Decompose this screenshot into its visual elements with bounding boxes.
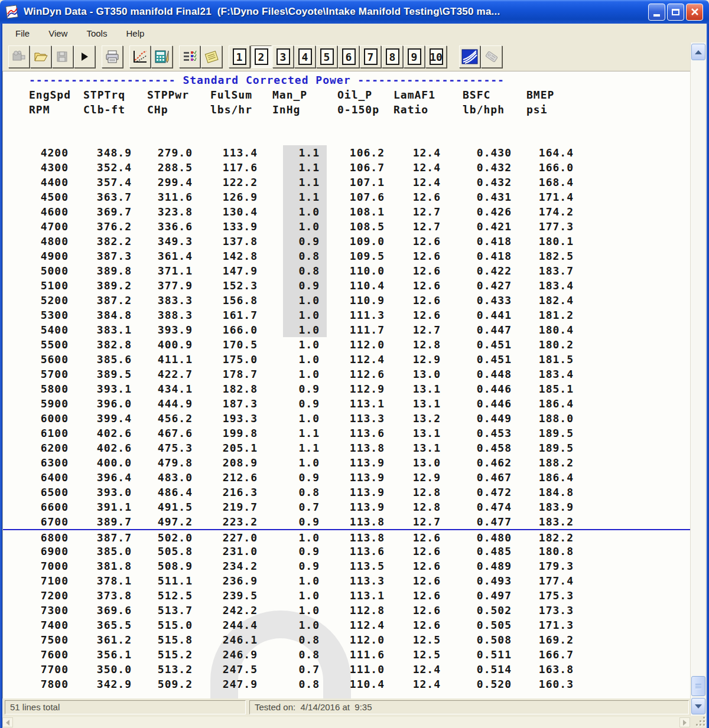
table-row-6700[interactable]: 6700389.7497.2223.20.9113.812.70.477183.… (3, 514, 690, 529)
table-row-6600[interactable]: 6600391.1491.5219.70.7113.912.80.474183.… (3, 500, 690, 514)
minimize-button[interactable] (648, 4, 665, 21)
edit-data-button[interactable] (151, 45, 173, 68)
table-row-5900[interactable]: 5900396.0444.9187.30.9113.113.10.446186.… (3, 396, 690, 411)
new-test-button[interactable] (8, 45, 30, 68)
table-row-4300[interactable]: 4300352.4288.5117.61.1106.712.40.432166.… (3, 160, 690, 175)
table-row-7800[interactable]: 7800342.9509.2247.90.8110.412.40.520160.… (3, 677, 690, 691)
page-button-7[interactable]: 7 (360, 45, 381, 68)
cell-EngSpd: 5200 (3, 293, 69, 308)
page-button-1[interactable]: 1 (229, 45, 250, 68)
table-row-4600[interactable]: 4600369.7323.8130.41.0108.112.70.426174.… (3, 204, 690, 219)
page-number-label: 10 (430, 48, 443, 65)
menu-help[interactable]: Help (119, 26, 151, 41)
maximize-button[interactable] (667, 4, 684, 21)
scroll-right-button[interactable] (679, 717, 690, 727)
cell-Oil_P: 113.9 (320, 500, 385, 514)
table-row-6800[interactable]: 6800387.7502.0227.01.0113.812.60.480182.… (3, 529, 690, 544)
table-row-4200[interactable]: 4200348.9279.0113.41.1106.212.40.430164.… (3, 145, 690, 160)
page-button-8[interactable]: 8 (382, 45, 403, 68)
notes-button[interactable] (201, 45, 222, 68)
save-button[interactable] (52, 45, 73, 68)
page-button-3[interactable]: 3 (272, 45, 294, 68)
page-button-2[interactable]: 2 (251, 45, 272, 68)
table-row-6200[interactable]: 6200402.6475.3205.11.1113.813.10.458189.… (3, 440, 690, 455)
menu-view[interactable]: View (41, 26, 74, 41)
table-row-5600[interactable]: 5600385.6411.1175.01.0112.412.90.451181.… (3, 352, 690, 367)
scroll-up-button[interactable] (691, 44, 705, 60)
column-unit-FulSum: lbs/hr (193, 102, 258, 117)
test-list-button[interactable] (179, 45, 200, 68)
table-row-4400[interactable]: 4400357.4299.4122.21.1107.112.40.432168.… (3, 175, 690, 190)
table-row-5200[interactable]: 5200387.2383.3156.81.0110.912.60.433182.… (3, 293, 690, 308)
test-list-icon (183, 50, 197, 63)
table-row-5300[interactable]: 5300384.8388.3161.71.0111.312.60.441181.… (3, 308, 690, 322)
table-row-5800[interactable]: 5800393.1434.1182.80.9112.913.10.446185.… (3, 381, 690, 396)
cell-EngSpd: 6400 (3, 470, 69, 485)
cell-EngSpd: 6300 (3, 455, 69, 470)
table-row-7700[interactable]: 7700350.0513.2247.50.7111.012.40.514163.… (3, 662, 690, 677)
table-row-5400[interactable]: 5400383.1393.9166.01.0111.712.70.447180.… (3, 322, 690, 337)
cell-BSFC: 0.447 (441, 322, 512, 337)
cell-BMEP: 180.4 (512, 322, 574, 337)
cell-STPPwr: 475.3 (132, 440, 193, 455)
graph-button[interactable] (129, 45, 151, 68)
table-row-7300[interactable]: 7300369.6513.7242.21.0112.812.60.502173.… (3, 603, 690, 618)
column-unit-BSFC: lb/hph (441, 102, 512, 117)
close-button[interactable] (686, 4, 703, 21)
table-row-7400[interactable]: 7400365.5515.0244.41.0112.412.60.505171.… (3, 618, 690, 632)
scroll-left-button[interactable] (2, 717, 13, 727)
table-row-5100[interactable]: 5100389.2377.9152.30.9110.412.60.427183.… (3, 278, 690, 293)
horizontal-scrollbar[interactable] (2, 717, 690, 728)
table-row-4900[interactable]: 4900387.3361.4142.80.8109.512.60.418182.… (3, 249, 690, 263)
page-button-6[interactable]: 6 (338, 45, 359, 68)
run-button[interactable] (74, 45, 95, 68)
table-row-4800[interactable]: 4800382.2349.3137.80.9109.012.60.418180.… (3, 234, 690, 249)
cell-Oil_P: 112.0 (320, 337, 385, 352)
open-button[interactable] (30, 45, 51, 68)
table-row-5000[interactable]: 5000389.8371.1147.90.8110.012.60.422183.… (3, 263, 690, 278)
table-row-6500[interactable]: 6500393.0486.4216.30.8113.912.80.472184.… (3, 485, 690, 500)
table-row-7000[interactable]: 7000381.8508.9234.20.9113.512.60.489179.… (3, 559, 690, 573)
vertical-scroll-thumb[interactable] (691, 676, 705, 696)
page-button-5[interactable]: 5 (316, 45, 337, 68)
toolbar: 12345678910 (2, 43, 707, 71)
cell-EngSpd: 7300 (3, 603, 69, 618)
cell-BMEP: 174.2 (512, 204, 574, 219)
column-header-EngSpd: EngSpd (3, 87, 69, 102)
cell-STPPwr: 513.2 (132, 662, 193, 677)
table-row-5700[interactable]: 5700389.5422.7178.71.0112.613.00.448183.… (3, 367, 690, 381)
title-bar[interactable]: WinDyn Data - GT350 manifold Final21 (F:… (0, 0, 709, 24)
cell-Oil_P: 113.6 (320, 544, 385, 559)
vertical-scrollbar[interactable] (690, 43, 705, 716)
menu-tools[interactable]: Tools (79, 26, 114, 41)
column-header-BMEP: BMEP (512, 87, 574, 102)
table-row-7500[interactable]: 7500361.2515.8246.10.8112.012.50.508169.… (3, 632, 690, 647)
resize-grip[interactable] (692, 718, 707, 727)
cell-STPPwr: 479.8 (132, 455, 193, 470)
cell-EngSpd: 5500 (3, 337, 69, 352)
table-row-7600[interactable]: 7600356.1515.2246.90.8111.612.50.511166.… (3, 647, 690, 662)
table-row-6400[interactable]: 6400396.4483.0212.60.9113.912.90.467186.… (3, 470, 690, 485)
page-button-9[interactable]: 9 (404, 45, 425, 68)
cell-STPTrq: 361.2 (69, 632, 132, 647)
scroll-down-button[interactable] (691, 698, 705, 714)
cell-Oil_P: 107.1 (320, 175, 385, 190)
table-row-4500[interactable]: 4500363.7311.6126.91.1107.612.60.431171.… (3, 190, 690, 204)
page-button-10[interactable]: 10 (425, 45, 447, 68)
page-number-label: 9 (408, 48, 421, 65)
tag-button[interactable] (481, 45, 502, 68)
menu-file[interactable]: File (8, 26, 37, 41)
table-row-6900[interactable]: 6900385.0505.8231.00.9113.612.60.485180.… (3, 544, 690, 559)
table-row-7100[interactable]: 7100378.1511.1236.91.0113.312.60.493177.… (3, 573, 690, 588)
page-button-4[interactable]: 4 (294, 45, 316, 68)
superflow-graph-button[interactable] (459, 45, 480, 68)
table-row-6000[interactable]: 6000399.4456.2193.31.0113.313.20.449188.… (3, 411, 690, 426)
print-button[interactable] (102, 45, 123, 68)
cell-Oil_P: 113.9 (320, 455, 385, 470)
table-row-4700[interactable]: 4700376.2336.6133.91.0108.512.70.421177.… (3, 219, 690, 234)
table-row-5500[interactable]: 5500382.8400.9170.51.0112.012.80.451180.… (3, 337, 690, 352)
cell-EngSpd: 4700 (3, 219, 69, 234)
table-row-6300[interactable]: 6300400.0479.8208.91.0113.913.00.462188.… (3, 455, 690, 470)
table-row-7200[interactable]: 7200373.8512.5239.51.0113.112.60.497175.… (3, 588, 690, 603)
table-row-6100[interactable]: 6100402.6467.6199.81.1113.613.10.453189.… (3, 426, 690, 440)
